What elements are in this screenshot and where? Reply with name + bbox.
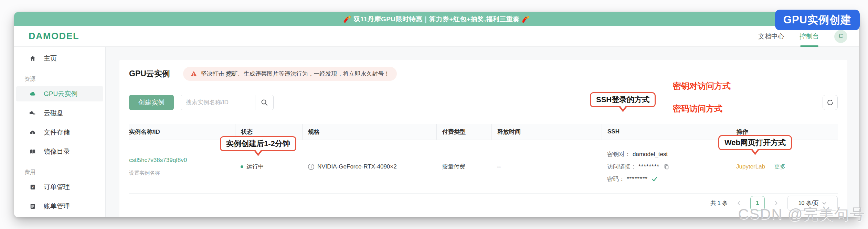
ssh-link-line: 访问链接： ********: [607, 163, 731, 171]
refresh-button[interactable]: [823, 95, 838, 110]
cloud-disk-icon: [29, 110, 36, 117]
column-header-spec: 规格: [302, 124, 436, 140]
search-icon: [261, 99, 268, 106]
warning-triangle-icon: [190, 70, 198, 78]
search-box: [181, 95, 274, 110]
sidebar-item-label: 镜像目录: [44, 147, 70, 156]
sidebar-item-label: 文件存储: [44, 128, 70, 137]
annotation-password-access: 密码访问方式: [673, 103, 722, 114]
column-header-name-id: 实例名称/ID: [129, 124, 235, 140]
gpu-instance-create-badge: GPU实例创建: [775, 10, 860, 30]
csdn-watermark: CSDN @完美句号: [738, 204, 865, 224]
sidebar-item-label: 账单管理: [44, 202, 70, 211]
nav-console[interactable]: 控制台: [800, 32, 819, 41]
check-icon[interactable]: [651, 176, 658, 183]
damodel-logo[interactable]: DAMODEL: [14, 31, 106, 42]
annotation-instance-ready: 实例创建后1-2分钟: [220, 136, 296, 151]
cell-status: 运行中: [235, 163, 302, 171]
sidebar-item-file-storage[interactable]: 文件存储: [16, 125, 103, 140]
sidebar-item-orders[interactable]: ¥ 订单管理: [16, 179, 103, 195]
header-nav: 文档中心 控制台 C: [758, 30, 859, 43]
title-row: GPU云实例 坚决打击 挖矿、生成违禁图片等违法行为，一经发现，将立即永久封号！: [129, 67, 838, 81]
toolbar: 创建实例: [129, 95, 838, 110]
warning-text: 坚决打击 挖矿、生成违禁图片等违法行为，一经发现，将立即永久封号！: [201, 70, 390, 78]
cell-ssh: 密钥对： damodel_test 访问链接： ********: [602, 150, 731, 183]
app-body: 主页 资源 GPU云实例 云磁盘 文件存储: [14, 47, 859, 217]
search-input[interactable]: [181, 95, 255, 110]
sidebar-section-resources: 资源: [14, 76, 105, 83]
cloud-gpu-icon: [29, 90, 36, 97]
info-icon[interactable]: [308, 163, 315, 170]
orders-icon: ¥: [29, 184, 36, 190]
cell-spec: NVIDIA-GeForce-RTX-4090×2: [302, 163, 436, 170]
cell-release-time: --: [491, 163, 602, 170]
promo-banner[interactable]: 🧨 双11丹摩GPU限时特惠｜算力券+红包+抽奖,福利三重奏 🧨: [14, 12, 859, 26]
ssh-password-line: 密码： ********: [607, 175, 731, 183]
pagination: 共 1 条 1 10 条/页: [129, 196, 838, 211]
status-text: 运行中: [246, 163, 264, 171]
ssh-password-masked: ********: [627, 176, 648, 183]
column-header-ssh: SSH: [602, 124, 731, 140]
jupyterlab-link[interactable]: JupyterLab: [736, 163, 765, 170]
image-catalog-icon: [29, 148, 36, 155]
spec-text: NVIDIA-GeForce-RTX-4090×2: [317, 163, 397, 170]
sidebar-item-bills[interactable]: 账单管理: [16, 199, 103, 214]
promo-banner-text: 🧨 双11丹摩GPU限时特惠｜算力券+红包+抽奖,福利三重奏 🧨: [343, 15, 530, 24]
search-button[interactable]: [255, 95, 273, 110]
divider: [119, 88, 847, 88]
sidebar-item-gpu-instances[interactable]: GPU云实例: [16, 86, 103, 101]
annotation-keypair-access: 密钥对访问方式: [673, 80, 731, 91]
sidebar-item-label: 主页: [44, 54, 57, 63]
app-window: 🧨 双11丹摩GPU限时特惠｜算力券+红包+抽奖,福利三重奏 🧨 DAMODEL…: [14, 12, 859, 217]
instances-table: 实例名称/ID 状态 规格 付费类型 释放时间 SSH 操作 cstl5hc7v…: [129, 124, 838, 194]
nav-docs-center[interactable]: 文档中心: [758, 32, 784, 41]
svg-text:¥: ¥: [32, 185, 34, 189]
ssh-link-masked: ********: [638, 163, 659, 170]
sidebar-item-label: 订单管理: [44, 183, 70, 192]
ssh-keypair-line: 密钥对： damodel_test: [607, 150, 731, 158]
gpu-instances-card: GPU云实例 坚决打击 挖矿、生成违禁图片等违法行为，一经发现，将立即永久封号！…: [119, 60, 847, 217]
cell-actions: JupyterLab 更多: [731, 163, 838, 171]
cloud-storage-icon: [29, 129, 36, 136]
more-actions-link[interactable]: 更多: [774, 163, 786, 171]
sidebar-item-home[interactable]: 主页: [16, 51, 103, 66]
status-running-dot: [241, 165, 243, 168]
bills-icon: [29, 203, 36, 210]
pagination-total: 共 1 条: [710, 200, 728, 207]
user-avatar[interactable]: C: [834, 30, 847, 43]
set-instance-name-link[interactable]: 设置实例名称: [129, 170, 235, 176]
copy-icon[interactable]: [663, 163, 670, 170]
column-header-billing: 付费类型: [436, 124, 491, 140]
annotation-web-open: Web网页打开方式: [718, 135, 792, 150]
home-icon: [29, 55, 36, 62]
cell-billing-type: 按量付费: [436, 163, 491, 171]
annotation-ssh-method: SSH登录的方式: [590, 92, 656, 107]
sidebar-item-label: GPU云实例: [44, 89, 77, 98]
column-header-release-time: 释放时间: [491, 124, 602, 140]
create-instance-button[interactable]: 创建实例: [129, 95, 174, 110]
sidebar-section-billing: 费用: [14, 169, 105, 176]
cell-name-id: cstl5hc7v38s739qf8v0 设置实例名称: [129, 157, 235, 176]
sidebar: 主页 资源 GPU云实例 云磁盘 文件存储: [14, 47, 106, 217]
sidebar-item-label: 云磁盘: [44, 109, 63, 118]
ssh-keypair-value: damodel_test: [633, 151, 668, 158]
page-title: GPU云实例: [129, 68, 170, 79]
app-header: DAMODEL 文档中心 控制台 C: [14, 26, 859, 47]
instance-id-link[interactable]: cstl5hc7v38s739qf8v0: [129, 157, 235, 164]
refresh-icon: [826, 98, 834, 107]
content-area: GPU云实例 坚决打击 挖矿、生成违禁图片等违法行为，一经发现，将立即永久封号！…: [106, 47, 859, 217]
warning-banner: 坚决打击 挖矿、生成违禁图片等违法行为，一经发现，将立即永久封号！: [183, 67, 397, 81]
sidebar-item-cloud-disk[interactable]: 云磁盘: [16, 106, 103, 121]
sidebar-item-image-catalog[interactable]: 镜像目录: [16, 144, 103, 159]
